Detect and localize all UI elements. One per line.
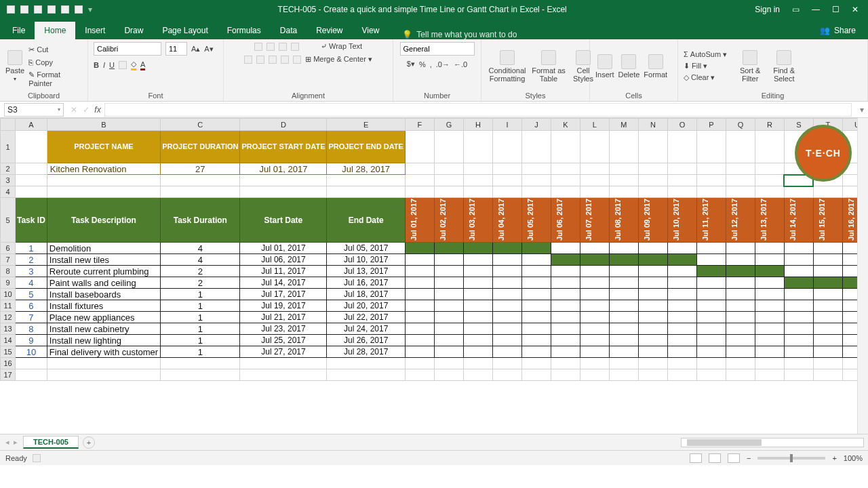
gantt-cell[interactable] (755, 323, 784, 335)
gantt-cell[interactable] (434, 323, 463, 335)
task-end-cell[interactable]: Jul 05, 2017 (327, 243, 405, 254)
column-header[interactable]: O (667, 119, 696, 131)
column-header[interactable]: G (434, 119, 463, 131)
row-header[interactable]: 8 (1, 266, 16, 277)
task-dur-cell[interactable]: 2 (161, 277, 240, 289)
task-desc-cell[interactable]: Install fixtures (47, 300, 160, 312)
gantt-cell[interactable] (638, 300, 667, 312)
gantt-cell[interactable] (434, 289, 463, 300)
gantt-cell[interactable] (405, 346, 434, 358)
task-end-cell[interactable]: Jul 26, 2017 (327, 335, 405, 346)
zoom-handle[interactable] (790, 454, 793, 462)
gantt-cell[interactable] (696, 289, 726, 300)
gantt-cell[interactable] (405, 323, 434, 335)
gantt-cell[interactable] (609, 300, 638, 312)
tab-file[interactable]: File (3, 22, 35, 39)
gantt-cell[interactable] (434, 335, 463, 346)
gantt-cell[interactable] (521, 346, 551, 358)
gantt-cell[interactable] (580, 254, 609, 266)
task-id-cell[interactable]: 3 (16, 266, 47, 277)
autosum-button[interactable]: Σ AutoSum ▾ (684, 50, 727, 59)
next-sheet-icon[interactable]: ▸ (14, 438, 18, 447)
gantt-cell[interactable] (580, 300, 609, 312)
gantt-cell[interactable] (784, 289, 813, 300)
gantt-cell[interactable] (813, 266, 842, 277)
normal-view-icon[interactable] (690, 453, 702, 463)
task-end-cell[interactable]: Jul 20, 2017 (327, 300, 405, 312)
gantt-cell[interactable] (813, 346, 842, 358)
column-header[interactable]: L (580, 119, 609, 131)
task-desc-cell[interactable]: Place new appliances (47, 312, 160, 323)
task-dur-cell[interactable]: 1 (161, 289, 240, 300)
gantt-cell[interactable] (521, 277, 551, 289)
gantt-cell[interactable] (492, 312, 521, 323)
task-end-cell[interactable]: Jul 13, 2017 (327, 266, 405, 277)
gantt-cell[interactable] (580, 323, 609, 335)
project-dur-cell[interactable]: 27 (161, 163, 240, 175)
gantt-cell[interactable] (638, 289, 667, 300)
gantt-cell[interactable] (667, 335, 696, 346)
task-end-cell[interactable]: Jul 22, 2017 (327, 312, 405, 323)
task-dur-cell[interactable]: 1 (161, 335, 240, 346)
close-icon[interactable]: ✕ (852, 5, 859, 14)
enter-icon[interactable]: ✓ (80, 105, 92, 115)
formula-input[interactable] (104, 103, 852, 117)
sort-filter-button[interactable]: Sort & Filter (736, 50, 764, 83)
task-dur-cell[interactable]: 4 (161, 254, 240, 266)
gantt-cell[interactable] (755, 346, 784, 358)
worksheet-area[interactable]: ABCDEFGHIJKLMNOPQRSTUVWXYZAAABACADAEAFAG… (0, 118, 868, 434)
qat-icon[interactable] (61, 5, 69, 14)
gantt-cell[interactable] (638, 335, 667, 346)
row-header[interactable]: 11 (1, 300, 16, 312)
font-size-select[interactable] (165, 42, 187, 56)
tab-draw[interactable]: Draw (115, 22, 153, 39)
gantt-cell[interactable] (492, 254, 521, 266)
gantt-cell[interactable] (755, 254, 784, 266)
gantt-cell[interactable] (405, 254, 434, 266)
zoom-level[interactable]: 100% (844, 454, 863, 462)
gantt-cell[interactable] (667, 346, 696, 358)
gantt-cell[interactable] (434, 266, 463, 277)
gantt-cell[interactable] (667, 323, 696, 335)
task-id-cell[interactable]: 10 (16, 346, 47, 358)
gantt-cell[interactable] (405, 300, 434, 312)
zoom-slider[interactable] (757, 457, 825, 460)
orientation-icon[interactable] (291, 43, 299, 51)
task-start-cell[interactable]: Jul 21, 2017 (240, 312, 327, 323)
row-header[interactable]: 4 (1, 186, 16, 198)
row-header[interactable]: 6 (1, 243, 16, 254)
gantt-cell[interactable] (813, 243, 842, 254)
gantt-cell[interactable] (405, 277, 434, 289)
expand-formula-icon[interactable]: ▾ (856, 105, 868, 115)
sheet-tab[interactable]: TECH-005 (23, 436, 79, 449)
inc-decimal-icon[interactable]: .0→ (436, 60, 450, 68)
row-header[interactable]: 1 (1, 131, 16, 163)
fill-button[interactable]: ⬇ Fill ▾ (684, 62, 727, 70)
tab-formulas[interactable]: Formulas (218, 22, 271, 39)
task-desc-cell[interactable]: Install baseboards (47, 289, 160, 300)
task-desc-cell[interactable]: Install new cabinetry (47, 323, 160, 335)
tab-view[interactable]: View (353, 22, 389, 39)
number-format-select[interactable] (400, 42, 475, 56)
gantt-cell[interactable] (551, 277, 580, 289)
gantt-cell[interactable] (521, 300, 551, 312)
column-header[interactable]: C (161, 119, 240, 131)
gantt-cell[interactable] (609, 335, 638, 346)
gantt-cell[interactable] (492, 289, 521, 300)
gantt-cell[interactable] (551, 335, 580, 346)
gantt-cell[interactable] (434, 243, 463, 254)
gantt-cell[interactable] (492, 277, 521, 289)
gantt-cell[interactable] (667, 254, 696, 266)
find-select-button[interactable]: Find & Select (770, 50, 797, 83)
gantt-cell[interactable] (405, 289, 434, 300)
gantt-cell[interactable] (492, 346, 521, 358)
gantt-cell[interactable] (755, 312, 784, 323)
gantt-cell[interactable] (551, 323, 580, 335)
gantt-cell[interactable] (667, 277, 696, 289)
gantt-cell[interactable] (580, 346, 609, 358)
cancel-icon[interactable]: ✕ (68, 105, 80, 115)
zoom-in-icon[interactable]: + (832, 454, 836, 462)
task-end-cell[interactable]: Jul 10, 2017 (327, 254, 405, 266)
column-header[interactable]: A (16, 119, 47, 131)
border-icon[interactable] (119, 61, 127, 69)
